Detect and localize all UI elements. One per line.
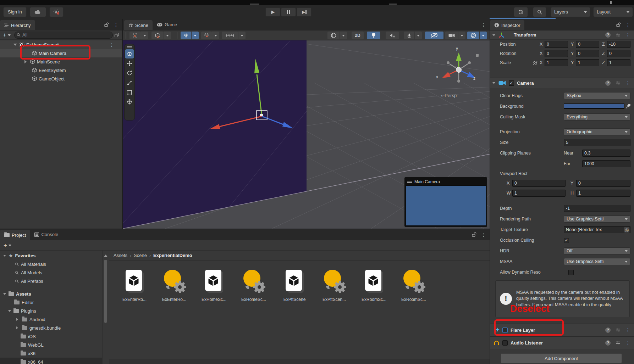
tree-row-assets[interactable]: Assets — [0, 290, 102, 298]
unlock-icon[interactable] — [616, 22, 621, 27]
scale-z-field[interactable]: 1 — [607, 59, 630, 66]
tab-project[interactable]: Project — [0, 230, 30, 240]
scale-y-field[interactable]: 1 — [576, 59, 599, 66]
foldout-closed-icon[interactable] — [16, 326, 20, 329]
sign-in-button[interactable]: Sign in — [3, 7, 27, 17]
foldout-open-icon[interactable] — [492, 34, 496, 37]
overlay-drag-handle[interactable] — [127, 46, 132, 48]
grid-snapping-button[interactable]: Y — [181, 32, 191, 39]
allow-dynamic-checkbox[interactable] — [568, 270, 574, 275]
2d-toggle-button[interactable]: 2D — [352, 32, 364, 39]
effects-caret[interactable] — [415, 32, 422, 39]
camera-preview-header[interactable]: Main Camera — [406, 178, 486, 185]
viewport-y-field[interactable]: 0 — [576, 180, 630, 187]
tab-scene[interactable]: Scene — [124, 20, 153, 30]
tree-row-x86-64[interactable]: x86_64 — [0, 358, 102, 364]
create-asset-button[interactable]: + — [4, 242, 7, 248]
flare-layer-header[interactable]: Flare Layer ? ⋮ — [490, 324, 634, 336]
viewport-x-field[interactable]: 0 — [512, 180, 566, 187]
add-object-caret-icon[interactable] — [8, 34, 11, 38]
asset-item[interactable]: ExRoomSc... — [396, 268, 431, 302]
scale-tool-button[interactable] — [125, 78, 134, 87]
component-menu-icon[interactable]: ⋮ — [625, 33, 630, 38]
tree-row-android[interactable]: Android — [0, 315, 102, 324]
add-component-button[interactable]: Add Component — [501, 353, 622, 363]
tree-row-webgl[interactable]: WebGL — [0, 341, 102, 349]
scrollbar-thumb[interactable] — [104, 260, 107, 323]
unlock-icon[interactable] — [472, 232, 477, 237]
breadcrumb-experientialdemo[interactable]: ExperientialDemo — [153, 253, 192, 258]
tree-row-x86[interactable]: x86 — [0, 349, 102, 358]
component-menu-icon[interactable]: ⋮ — [625, 327, 630, 332]
presets-icon[interactable] — [616, 328, 621, 332]
breadcrumb-assets[interactable]: Assets — [114, 253, 127, 258]
presets-icon[interactable] — [616, 33, 621, 37]
hierarchy-row-gameobject[interactable]: GameObject — [0, 74, 122, 83]
tab-game[interactable]: Game — [153, 19, 181, 30]
collab-button[interactable] — [49, 7, 64, 17]
position-y-field[interactable]: 0 — [576, 41, 599, 48]
layout-dropdown[interactable]: Layout — [593, 7, 633, 17]
unit-snap-caret[interactable] — [238, 32, 246, 39]
tree-row-all-prefabs[interactable]: All Prefabs — [0, 277, 102, 285]
rendering-path-dropdown[interactable]: Use Graphics Setti — [564, 215, 630, 223]
foldout-open-icon[interactable] — [3, 293, 6, 296]
layers-dropdown[interactable]: Layers — [551, 7, 590, 17]
tree-row-all-models[interactable]: All Models — [0, 268, 102, 277]
foldout-closed-icon[interactable] — [16, 318, 20, 321]
scroll-up-button[interactable] — [104, 253, 107, 257]
scale-x-field[interactable]: 1 — [545, 59, 568, 66]
foldout-closed-icon[interactable] — [24, 60, 28, 63]
shading-mode-button[interactable] — [327, 32, 340, 39]
rotate-tool-button[interactable] — [125, 68, 134, 78]
grid-snapping-caret[interactable] — [192, 32, 199, 39]
far-field[interactable]: 1000 — [582, 160, 630, 167]
view-tool-button[interactable] — [125, 49, 134, 58]
search-everything-button[interactable] — [533, 7, 546, 17]
tool-settings-button[interactable] — [129, 32, 141, 39]
pivot-caret[interactable] — [164, 32, 171, 39]
breadcrumb-scene[interactable]: Scene — [134, 253, 147, 258]
help-icon[interactable]: ? — [605, 327, 611, 333]
camera-enabled-checkbox[interactable]: ✓ — [509, 80, 514, 86]
presets-icon[interactable] — [616, 341, 621, 345]
position-x-field[interactable]: 0 — [545, 41, 568, 48]
clear-flags-dropdown[interactable]: Skybox — [564, 92, 630, 99]
shading-mode-caret[interactable] — [340, 32, 347, 39]
tab-console[interactable]: Console — [30, 229, 62, 240]
hierarchy-search-input[interactable]: All — [14, 32, 113, 39]
asset-item[interactable]: ExEnterRo... — [156, 268, 192, 302]
depth-field[interactable]: -1 — [564, 205, 630, 212]
broken-link-icon[interactable] — [533, 61, 538, 65]
hdr-dropdown[interactable]: Off — [564, 247, 630, 254]
rotation-y-field[interactable]: 0 — [576, 50, 599, 57]
size-field[interactable]: 5 — [564, 139, 630, 146]
inspector-menu-icon[interactable]: ⋮ — [625, 22, 630, 27]
tree-row-ios[interactable]: iOS — [0, 332, 102, 341]
lighting-toggle-button[interactable] — [367, 32, 380, 39]
component-menu-icon[interactable]: ⋮ — [625, 340, 630, 345]
occlusion-culling-checkbox[interactable]: ✓ — [564, 238, 569, 243]
hierarchy-row-mainscene[interactable]: MainScene — [0, 57, 122, 66]
projection-dropdown[interactable]: Orthographic — [564, 128, 630, 135]
camera-component-header[interactable]: ✓ Camera ? ⋮ — [490, 78, 634, 88]
eyedropper-icon[interactable] — [625, 104, 630, 109]
transform-component-header[interactable]: Transform ? ⋮ — [490, 30, 634, 40]
project-menu-icon[interactable]: ⋮ — [481, 232, 486, 237]
gizmos-toggle-button[interactable] — [467, 32, 479, 39]
undo-history-button[interactable] — [514, 7, 528, 17]
scene-visibility-button[interactable] — [425, 32, 443, 39]
tree-row-plugins[interactable]: Plugins — [0, 307, 102, 315]
target-texture-field[interactable]: None (Render Tex ◎ — [564, 226, 630, 233]
asset-item[interactable]: ExHomeSc... — [196, 268, 232, 302]
help-icon[interactable]: ? — [605, 32, 611, 38]
foldout-open-icon[interactable] — [8, 310, 11, 313]
transform-tool-button[interactable] — [125, 97, 134, 106]
foldout-open-icon[interactable] — [3, 255, 6, 258]
unlock-icon[interactable] — [104, 22, 109, 27]
scene-camera-caret[interactable] — [458, 32, 465, 39]
rotation-z-field[interactable]: 0 — [607, 50, 630, 57]
cloud-button[interactable] — [30, 7, 46, 17]
asset-item[interactable]: ExPttScene — [277, 268, 312, 302]
gizmos-caret[interactable] — [480, 32, 487, 39]
